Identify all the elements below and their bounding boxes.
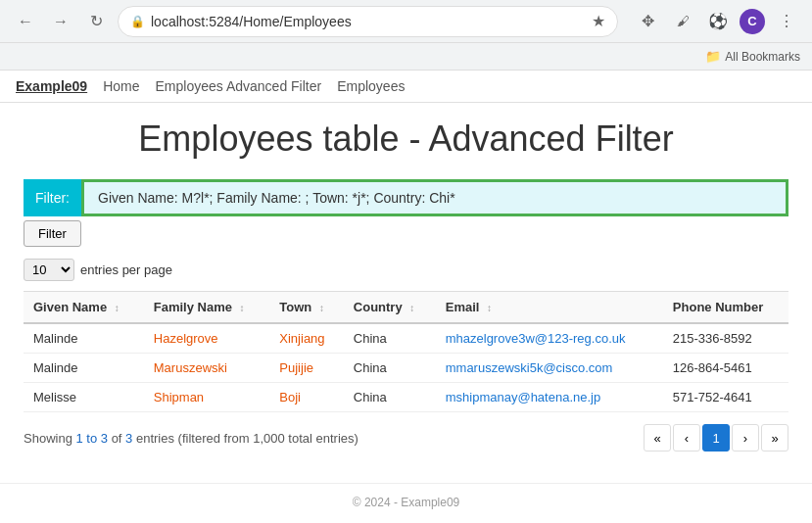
- nav-employees[interactable]: Employees: [337, 78, 405, 94]
- lock-icon: 🔒: [130, 15, 145, 28]
- sort-town-icon[interactable]: ↕: [319, 303, 324, 313]
- table-row: Malinde Hazelgrove Xinjiang China mhazel…: [24, 323, 788, 354]
- cell-email[interactable]: mhazelgrove3w@123-reg.co.uk: [436, 323, 663, 354]
- page-1-button[interactable]: 1: [702, 424, 730, 452]
- cell-country: China: [344, 383, 436, 412]
- cell-family-name: Maruszewski: [144, 354, 270, 383]
- cell-phone: 126-864-5461: [663, 354, 788, 383]
- filter-section: Filter: Given Name: M?l*; Family Name: ;…: [24, 179, 788, 216]
- navbar-brand[interactable]: Example09: [16, 78, 87, 94]
- showing-prefix: Showing: [24, 431, 75, 446]
- url-text: localhost:5284/Home/Employees: [151, 14, 586, 29]
- main-content: Employees table - Advanced Filter Filter…: [0, 103, 812, 467]
- col-email[interactable]: Email ↕: [436, 292, 663, 324]
- page-title: Employees table - Advanced Filter: [24, 119, 788, 160]
- refresh-button[interactable]: ↻: [82, 8, 110, 35]
- address-bar[interactable]: 🔒 localhost:5284/Home/Employees ★: [118, 6, 618, 37]
- sort-country-icon[interactable]: ↕: [409, 303, 414, 313]
- data-table: Given Name ↕ Family Name ↕ Town ↕ Countr…: [24, 291, 788, 412]
- footer-text: © 2024 - Example09: [353, 496, 460, 509]
- page-next-button[interactable]: ›: [732, 424, 759, 452]
- col-country[interactable]: Country ↕: [344, 292, 436, 324]
- sort-email-icon[interactable]: ↕: [487, 303, 492, 313]
- filter-button-row: Filter: [24, 220, 788, 247]
- cell-town: Boji: [269, 383, 343, 412]
- showing-entries: entries: [132, 431, 174, 446]
- table-body: Malinde Hazelgrove Xinjiang China mhazel…: [24, 323, 788, 412]
- filter-value: Given Name: M?l*; Family Name: ; Town: *…: [81, 179, 788, 216]
- pagination-buttons: « ‹ 1 › »: [644, 424, 788, 452]
- col-given-name[interactable]: Given Name ↕: [24, 292, 144, 324]
- showing-range: 1 to 3: [75, 431, 108, 446]
- avatar[interactable]: C: [740, 9, 765, 34]
- entries-row: 10 25 50 100 entries per page: [24, 259, 788, 281]
- back-button[interactable]: ←: [12, 8, 39, 35]
- navbar: Example09 Home Employees Advanced Filter…: [0, 71, 812, 103]
- cell-email[interactable]: mshipmanay@hatena.ne.jp: [436, 383, 663, 412]
- pagination-row: Showing 1 to 3 of 3 entries (filtered fr…: [24, 424, 788, 452]
- footer: © 2024 - Example09: [0, 483, 812, 521]
- col-family-name[interactable]: Family Name ↕: [144, 292, 270, 324]
- showing-middle: of: [108, 431, 125, 446]
- forward-button[interactable]: →: [47, 8, 74, 35]
- cell-country: China: [344, 323, 436, 354]
- cell-town: Xinjiang: [269, 323, 343, 354]
- showing-info: Showing 1 to 3 of 3 entries (filtered fr…: [24, 431, 358, 446]
- filter-button[interactable]: Filter: [24, 220, 81, 247]
- browser-icons: ✥ 🖌 ⚽ C ⋮: [634, 8, 800, 35]
- filtered-note: (filtered from 1,000 total entries): [174, 431, 358, 446]
- extensions-icon[interactable]: ✥: [634, 8, 661, 35]
- page-last-button[interactable]: »: [761, 424, 788, 452]
- table-row: Malinde Maruszewski Pujijie China mmarus…: [24, 354, 788, 383]
- page-prev-button[interactable]: ‹: [673, 424, 700, 452]
- filter-label: Filter:: [24, 179, 81, 216]
- table-row: Melisse Shipman Boji China mshipmanay@ha…: [24, 383, 788, 412]
- browser-chrome: ← → ↻ 🔒 localhost:5284/Home/Employees ★ …: [0, 0, 812, 43]
- star-icon[interactable]: ★: [592, 12, 605, 30]
- cell-phone: 215-336-8592: [663, 323, 788, 354]
- cell-country: China: [344, 354, 436, 383]
- col-phone[interactable]: Phone Number: [663, 292, 788, 324]
- cell-family-name: Shipman: [144, 383, 270, 412]
- bookmarks-label[interactable]: All Bookmarks: [725, 50, 800, 64]
- col-town[interactable]: Town ↕: [269, 292, 343, 324]
- cell-given-name: Melisse: [24, 383, 144, 412]
- nav-employees-advanced-filter[interactable]: Employees Advanced Filter: [156, 78, 322, 94]
- entries-label: entries per page: [80, 262, 172, 277]
- cell-town: Pujijie: [269, 354, 343, 383]
- page-content: Example09 Home Employees Advanced Filter…: [0, 71, 812, 521]
- puzzle-icon[interactable]: ⚽: [704, 8, 732, 35]
- bookmarks-folder-icon: 📁: [705, 49, 721, 64]
- cell-given-name: Malinde: [24, 354, 144, 383]
- cell-phone: 571-752-4641: [663, 383, 788, 412]
- entries-select[interactable]: 10 25 50 100: [24, 259, 74, 281]
- cell-given-name: Malinde: [24, 323, 144, 354]
- menu-icon[interactable]: ⋮: [773, 8, 800, 35]
- sort-given-name-icon[interactable]: ↕: [115, 303, 119, 313]
- page-first-button[interactable]: «: [644, 424, 671, 452]
- cell-family-name: Hazelgrove: [144, 323, 270, 354]
- cell-email[interactable]: mmaruszewski5k@cisco.com: [436, 354, 663, 383]
- profile-extensions-icon[interactable]: 🖌: [669, 8, 696, 35]
- table-header: Given Name ↕ Family Name ↕ Town ↕ Countr…: [24, 292, 788, 324]
- nav-home[interactable]: Home: [103, 78, 139, 94]
- bookmarks-bar: 📁 All Bookmarks: [0, 43, 812, 71]
- sort-family-name-icon[interactable]: ↕: [240, 303, 245, 313]
